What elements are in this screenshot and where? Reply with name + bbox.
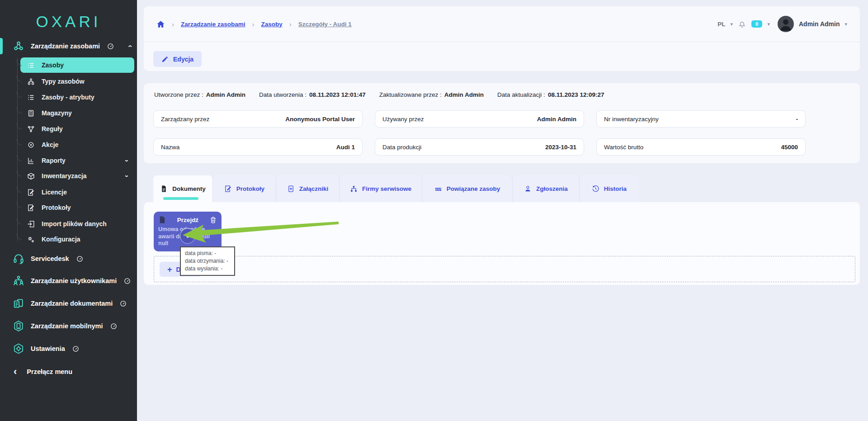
gauge-icon	[110, 323, 117, 330]
tab-label: Protokoły	[236, 185, 264, 192]
tab-zalaczniki[interactable]: Załączniki	[276, 175, 340, 202]
meta-value: Admin Admin	[206, 91, 245, 98]
toggle-label: Przełącz menu	[27, 368, 72, 375]
sidebar-item-protokoly[interactable]: Protokoły	[20, 200, 134, 215]
trash-icon[interactable]	[209, 216, 217, 224]
sidebar-item-label: Licencje	[42, 189, 67, 196]
field-label: Nazwa	[161, 144, 179, 151]
record-panel: Utworzone przez :Admin Admin Data utworz…	[144, 83, 860, 163]
tab-zgloszenia[interactable]: Zgłoszenia	[513, 175, 580, 202]
meta-label: Data utworzenia :	[259, 91, 307, 98]
breadcrumb-current: Szczegóły - Audi 1	[298, 21, 352, 28]
document-card[interactable]: Przejdź Umowa odnośnie awarii drukarki n…	[154, 212, 222, 251]
add-document-dropzone: + Dodaj	[154, 256, 855, 282]
field-value: 45000	[781, 144, 798, 151]
sidebar-item-label: Magazyny	[42, 109, 72, 117]
language-selector[interactable]: PL	[717, 21, 725, 28]
sidebar-item-zasoby[interactable]: Zasoby	[20, 57, 134, 73]
gauge-icon	[72, 345, 79, 352]
sidebar-item-label: Protokoły	[42, 204, 71, 211]
sidebar-section-document-management[interactable]: Zarządzanie dokumentami	[0, 294, 137, 312]
tab-historia[interactable]: Historia	[580, 175, 639, 202]
caret-down-icon[interactable]: ▾	[767, 21, 770, 27]
tab-dokumenty[interactable]: Dokumenty	[153, 175, 213, 202]
user-name[interactable]: Admin Admin	[799, 20, 840, 28]
org-chart-icon	[350, 185, 358, 193]
home-icon[interactable]	[156, 20, 165, 28]
document-pen-icon	[224, 185, 232, 193]
section-label: Zarządzanie zasobami	[31, 43, 100, 50]
tab-label: Załączniki	[299, 185, 329, 192]
field-label: Używany przez	[382, 116, 424, 123]
tab-label: Firmy serwisowe	[362, 185, 411, 192]
sidebar-item-magazyny[interactable]: Magazyny	[20, 105, 134, 121]
meta-value: 08.11.2023 12:09:27	[548, 91, 604, 98]
meta-value: 08.11.2023 12:01:47	[309, 91, 366, 98]
record-fields: Zarządzany przezAnonymous Portal User Uż…	[153, 110, 806, 156]
created-at: Data utworzenia :08.11.2023 12:01:47	[259, 91, 366, 98]
section-label: Zarządzanie dokumentami	[31, 300, 113, 307]
sidebar-item-zasoby-atrybuty[interactable]: Zasoby - atrybuty	[20, 90, 134, 105]
submenu-connector-line	[17, 58, 18, 241]
tab-powiazane-zasoby[interactable]: Powiązane zasoby	[422, 175, 513, 202]
gears-icon	[27, 236, 35, 243]
sidebar-item-label: Import plików danych	[42, 220, 107, 227]
sidebar-item-reguly[interactable]: Reguły	[20, 121, 134, 137]
document-open-button[interactable]: Przejdź	[177, 217, 198, 223]
gear-icon	[13, 343, 24, 355]
field-nr-inwentaryzacyjny: Nr inwentaryzacyjny-	[596, 110, 806, 128]
sidebar-item-label: Raporty	[42, 157, 66, 164]
edit-button[interactable]: Edycja	[153, 51, 202, 67]
tooltip-line: data wysłania: -	[185, 265, 230, 273]
tooltip-line: data pisma: -	[185, 250, 230, 257]
app-logo: OXARI	[0, 13, 137, 31]
breadcrumb-link-zasoby[interactable]: Zasoby	[261, 21, 283, 28]
section-label: Ustawienia	[31, 345, 65, 352]
tooltip-line: data otrzymania: -	[185, 257, 230, 265]
notification-badge[interactable]: 0	[751, 20, 762, 28]
tab-label: Zgłoszenia	[536, 185, 568, 192]
sidebar-section-asset-management[interactable]: Zarządzanie zasobami ›	[0, 37, 137, 55]
sidebar-section-servicedesk[interactable]: Servicedesk	[0, 250, 137, 268]
sidebar-item-import-plikow[interactable]: Import plików danych	[20, 216, 134, 232]
documents-tab-panel: Przejdź Umowa odnośnie awarii drukarki n…	[144, 202, 860, 285]
sidebar-item-licencje[interactable]: Licencje	[20, 184, 134, 200]
chevron-down-icon[interactable]: ›	[123, 175, 131, 177]
chart-icon	[27, 157, 35, 165]
caret-down-icon[interactable]: ▾	[844, 21, 847, 27]
sidebar-collapse-toggle[interactable]: ‹ Przełącz menu	[0, 363, 137, 381]
chevron-down-icon[interactable]: ›	[123, 160, 131, 162]
plus-icon: +	[167, 265, 172, 274]
caret-down-icon[interactable]: ▾	[731, 21, 733, 27]
sidebar-section-user-management[interactable]: Zarządzanie użytkownikami	[0, 272, 137, 290]
sidebar-item-label: Akcje	[42, 141, 58, 148]
sidebar-item-label: Zasoby	[42, 61, 64, 69]
list-icon	[27, 61, 35, 69]
field-value: Audi 1	[336, 144, 355, 151]
sidebar-item-label: Inwentaryzacja	[42, 172, 87, 180]
attachment-icon	[287, 185, 295, 193]
gauge-icon	[107, 43, 114, 50]
field-label: Data produkcji	[382, 144, 421, 151]
sidebar-item-typy-zasobow[interactable]: Typy zasobów	[20, 74, 134, 89]
gauge-icon	[124, 278, 131, 284]
topbar-controls: PL ▾ 0 ▾ Admin Admin ▾	[717, 16, 847, 32]
sidebar-section-ustawienia[interactable]: Ustawienia	[0, 340, 137, 358]
tab-protokoly[interactable]: Protokoły	[213, 175, 276, 202]
meta-value: Admin Admin	[444, 91, 484, 98]
users-tree-icon	[13, 275, 24, 287]
sidebar-item-konfiguracja[interactable]: Konfiguracja	[20, 232, 134, 247]
download-icon[interactable]	[180, 228, 195, 244]
sidebar-item-akcje[interactable]: Akcje	[20, 137, 134, 152]
bell-icon[interactable]	[738, 20, 746, 28]
sidebar-item-raporty[interactable]: Raporty ›	[20, 153, 134, 168]
sidebar-item-inwentaryzacja[interactable]: Inwentaryzacja ›	[20, 168, 134, 184]
sidebar-section-mobile-management[interactable]: Zarządzanie mobilnymi	[0, 317, 137, 335]
document-pen-icon	[27, 204, 35, 212]
meta-label: Utworzone przez :	[154, 91, 203, 98]
sidebar-item-label: Typy zasobów	[42, 78, 85, 85]
tab-firmy-serwisowe[interactable]: Firmy serwisowe	[340, 175, 422, 202]
breadcrumb-link-zarzadzanie-zasobami[interactable]: Zarządzanie zasobami	[181, 21, 245, 28]
avatar[interactable]	[778, 16, 794, 32]
created-by: Utworzone przez :Admin Admin	[154, 91, 245, 98]
